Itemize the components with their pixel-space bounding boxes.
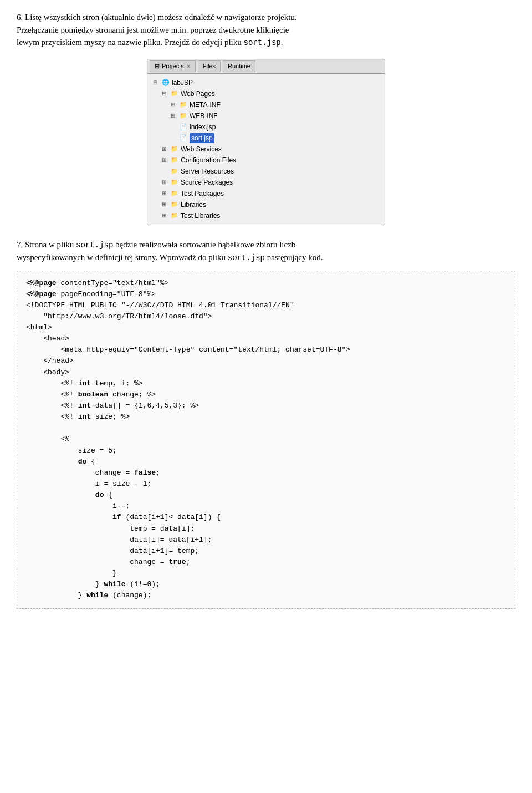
code-line-16: do { (26, 458, 95, 466)
index-jsp-label: index.jsp (190, 122, 216, 132)
root-toggle[interactable]: ⊟ (153, 78, 160, 87)
web-services-toggle[interactable]: ⊞ (162, 145, 168, 153)
web-services-label: Web Services (181, 144, 222, 154)
tree-server-resources[interactable]: 📁 Server Resources (162, 166, 379, 177)
keyword-int1: int (78, 379, 91, 388)
meta-inf-folder-icon: 📁 (179, 101, 188, 109)
tree-test-packages[interactable]: ⊞ 📁 Test Packages (162, 188, 379, 199)
test-libraries-label: Test Libraries (181, 211, 220, 221)
tree-web-inf[interactable]: ⊞ 📁 WEB-INF (171, 110, 379, 121)
code-line-6: <head> (26, 334, 69, 343)
sort-jsp-icon: 📄 (179, 134, 188, 142)
tab-projects[interactable]: ⊞ Projects ✕ (150, 60, 196, 72)
keyword-page1: <%@page (26, 279, 57, 287)
code-line-7: <meta http-equiv="Content-Type" content=… (26, 345, 350, 354)
section-6: 6. Listę wszystkich stron (aktualnie dwi… (17, 11, 515, 49)
keyword-true: true (168, 558, 186, 566)
code-line-26: } (26, 569, 117, 577)
tab-files[interactable]: Files (198, 60, 221, 72)
test-libraries-folder-icon: 📁 (170, 212, 179, 220)
source-packages-folder-icon: 📁 (170, 179, 179, 186)
tab-projects-label: Projects (162, 62, 184, 71)
code-line-3: <!DOCTYPE HTML PUBLIC "-//W3C//DTD HTML … (26, 301, 294, 309)
code-line-19: do { (26, 491, 112, 499)
projects-icon: ⊞ (155, 62, 160, 71)
tab-runtime-label: Runtime (228, 62, 250, 71)
web-pages-folder-icon: 📁 (170, 90, 179, 98)
tree-meta-inf[interactable]: ⊞ 📁 META-INF (171, 99, 379, 110)
code-line-15: size = 5; (26, 446, 117, 455)
ide-tree-body: ⊟ 🌐 labJSP ⊟ 📁 Web Pages ⊞ 📁 META-INF ⊞ … (147, 74, 385, 225)
test-packages-toggle[interactable]: ⊞ (162, 189, 168, 197)
code-line-21: if (data[i+1]< data[i]) { (26, 513, 221, 521)
string-2: "UTF-8" (117, 290, 147, 298)
para-7-line3: wyspecyfikowanych w definicji tej strony… (17, 253, 323, 262)
tab-projects-close[interactable]: ✕ (186, 62, 191, 70)
keyword-int3: int (78, 413, 91, 421)
web-services-folder-icon: 📁 (170, 145, 179, 153)
server-resources-label: Server Resources (181, 166, 234, 176)
libraries-toggle[interactable]: ⊞ (162, 200, 168, 209)
para-6-code: sort.jsp (243, 38, 280, 47)
index-jsp-icon: 📄 (179, 123, 188, 131)
tree-index-jsp[interactable]: 📄 index.jsp (171, 121, 379, 133)
para-6-num: 6. Listę wszystkich stron (aktualnie dwi… (17, 13, 297, 22)
keyword-boolean: boolean (78, 390, 109, 399)
web-inf-toggle[interactable]: ⊞ (171, 111, 177, 120)
code-line-24: data[i+1]= temp; (26, 547, 199, 555)
tree-sort-jsp[interactable]: 📄 sort.jsp (171, 133, 379, 144)
meta-inf-toggle[interactable]: ⊞ (171, 100, 177, 109)
keyword-page2: <%@page (26, 290, 57, 298)
code-line-12: <%! int data[] = {1,6,4,5,3}; %> (26, 401, 199, 410)
test-packages-folder-icon: 📁 (170, 190, 179, 197)
para-6-line3: lewym przyciskiem myszy na nazwie pliku.… (17, 38, 283, 47)
tree-web-services[interactable]: ⊞ 📁 Web Services (162, 144, 379, 155)
tree-config-files[interactable]: ⊞ 📁 Configuration Files (162, 155, 379, 166)
ide-window: ⊞ Projects ✕ Files Runtime ⊟ 🌐 labJSP ⊟ … (147, 59, 385, 225)
code-line-1: <%@page contentType="text/html"%> (26, 279, 168, 287)
tree-libraries[interactable]: ⊞ 📁 Libraries (162, 199, 379, 210)
keyword-do2: do (95, 491, 104, 499)
string-4: "http://www.w3.org/TR/html4/loose.dtd" (43, 312, 207, 321)
code-line-11: <%! boolean change; %> (26, 390, 156, 399)
section-7: 7. Strona w pliku sort.jsp będzie realiz… (17, 238, 515, 264)
tab-files-label: Files (203, 62, 216, 71)
tree-web-pages[interactable]: ⊟ 📁 Web Pages (162, 88, 379, 99)
code-line-18: i = size - 1; (26, 480, 151, 488)
code-line-8: </head> (26, 357, 74, 365)
keyword-false: false (134, 469, 156, 477)
para-7-text: 7. Strona w pliku sort.jsp będzie realiz… (17, 238, 515, 264)
code-line-2: <%@page pageEncoding="UTF-8"%> (26, 290, 156, 298)
config-files-label: Configuration Files (181, 155, 236, 165)
web-inf-label: WEB-INF (190, 111, 218, 121)
para-7-code1: sort.jsp (76, 241, 113, 250)
tree-test-libraries[interactable]: ⊞ 📁 Test Libraries (162, 210, 379, 221)
code-line-14: <% (26, 435, 69, 443)
code-block: <%@page contentType="text/html"%> <%@pag… (17, 271, 515, 609)
meta-inf-label: META-INF (190, 100, 221, 110)
keyword-while2: while (86, 591, 108, 599)
code-line-20: i--; (26, 502, 130, 510)
string-5: "Content-Type" (134, 345, 195, 354)
sort-jsp-label: sort.jsp (190, 133, 214, 143)
config-files-folder-icon: 📁 (170, 156, 179, 164)
web-pages-toggle[interactable]: ⊟ (162, 89, 168, 98)
para-7-line1: 7. Strona w pliku sort.jsp będzie realiz… (17, 240, 295, 249)
web-inf-folder-icon: 📁 (179, 112, 188, 120)
tab-runtime[interactable]: Runtime (223, 60, 255, 72)
code-line-4: "http://www.w3.org/TR/html4/loose.dtd"> (26, 312, 212, 321)
code-line-13: <%! int size; %> (26, 413, 130, 421)
para-6-text: 6. Listę wszystkich stron (aktualnie dwi… (17, 11, 515, 49)
keyword-int2: int (78, 401, 91, 410)
test-packages-label: Test Packages (181, 189, 224, 199)
source-packages-toggle[interactable]: ⊞ (162, 178, 168, 186)
config-files-toggle[interactable]: ⊞ (162, 156, 168, 164)
web-pages-label: Web Pages (181, 89, 215, 99)
string-6: "text/html; charset=UTF-8" (233, 345, 346, 354)
code-line-28: } while (change); (26, 591, 151, 599)
string-1: "text/html" (112, 279, 160, 287)
tree-source-packages[interactable]: ⊞ 📁 Source Packages (162, 177, 379, 188)
para-6-line2: Przełączanie pomiędzy stronami jest możl… (17, 26, 289, 34)
test-libraries-toggle[interactable]: ⊞ (162, 211, 168, 220)
tree-root[interactable]: ⊟ 🌐 labJSP (153, 77, 379, 88)
